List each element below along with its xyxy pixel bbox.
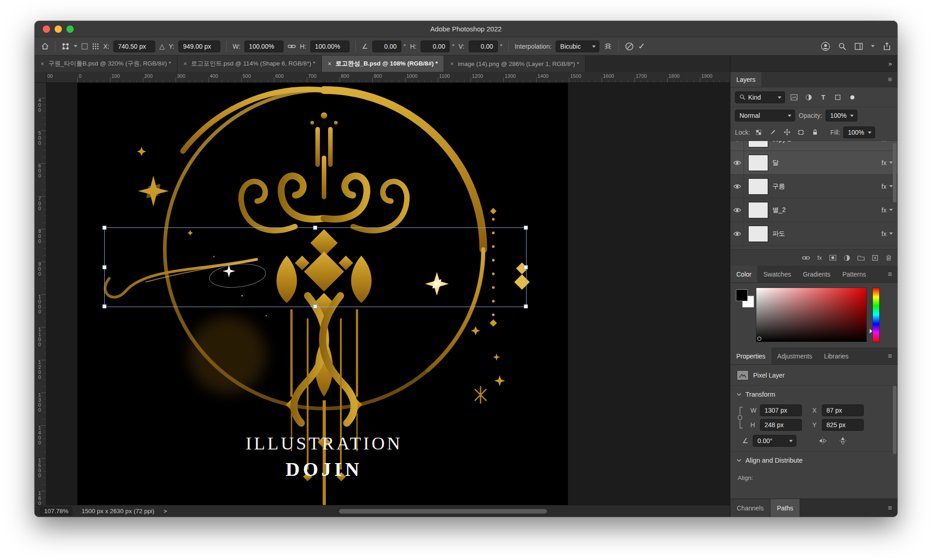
- horizontal-scrollbar[interactable]: [339, 509, 547, 514]
- close-tab-icon[interactable]: ×: [328, 60, 331, 67]
- document-tab[interactable]: × image (14).png @ 286% (Layer 1, RGB/8*…: [444, 55, 586, 72]
- tab-channels[interactable]: Channels: [730, 499, 770, 517]
- flip-vertical-icon[interactable]: [839, 436, 846, 445]
- transform-w-field[interactable]: 1307 px: [760, 404, 802, 416]
- tab-properties[interactable]: Properties: [730, 348, 771, 364]
- workspace-caret-icon[interactable]: [871, 45, 875, 47]
- align-section-header[interactable]: Align and Distribute: [730, 452, 897, 469]
- visibility-toggle[interactable]: [730, 141, 744, 151]
- zoom-level-field[interactable]: 107.78%: [40, 507, 72, 515]
- tab-patterns[interactable]: Patterns: [836, 266, 872, 283]
- layer-mask-icon[interactable]: [829, 255, 836, 261]
- layer-effects-badge[interactable]: fx: [881, 207, 893, 214]
- transform-handle-top-right[interactable]: [524, 226, 528, 230]
- layer-filter-kind-select[interactable]: Kind: [735, 91, 785, 103]
- opacity-select[interactable]: 100%: [826, 110, 857, 121]
- transform-handle-top-center[interactable]: [313, 226, 317, 230]
- filter-type-layers-icon[interactable]: T: [818, 92, 829, 102]
- collapse-panels-icon[interactable]: »: [888, 60, 892, 67]
- adjustment-layer-icon[interactable]: [844, 255, 850, 261]
- x-value-field[interactable]: 740.50 px: [113, 40, 155, 52]
- layer-row[interactable]: 파도 fx: [730, 222, 897, 246]
- filter-smart-objects-icon[interactable]: [847, 92, 858, 102]
- delete-layer-icon[interactable]: [886, 254, 892, 261]
- link-layers-icon[interactable]: [802, 255, 810, 261]
- transform-h-field[interactable]: 248 px: [760, 419, 802, 431]
- document-tab[interactable]: × 구원_타이틀B.psd @ 320% (구원, RGB/8#) *: [35, 55, 177, 72]
- foreground-color-swatch[interactable]: [736, 289, 748, 301]
- layer-row[interactable]: 달 fx: [730, 151, 897, 175]
- title-bar[interactable]: Adobe Photoshop 2022: [35, 21, 897, 37]
- status-expand-icon[interactable]: >: [163, 508, 167, 515]
- fx-collapse-icon[interactable]: [889, 185, 893, 187]
- transform-y-field[interactable]: 825 px: [822, 419, 864, 431]
- document-tab-active[interactable]: × 로고완성_B.psd @ 108% (RGB/8#) *: [322, 55, 444, 72]
- transform-section-header[interactable]: Transform: [730, 386, 897, 403]
- layer-style-icon[interactable]: fx: [817, 254, 822, 261]
- layer-thumbnail[interactable]: [748, 141, 768, 147]
- layer-name[interactable]: 구름: [772, 182, 881, 191]
- panel-menu-icon[interactable]: ≡: [882, 72, 897, 87]
- panel-menu-icon[interactable]: ≡: [882, 499, 897, 517]
- v-skew-value-field[interactable]: 0.00: [469, 40, 498, 52]
- minimize-window-button[interactable]: [55, 25, 62, 33]
- interpolation-select[interactable]: Bicubic: [556, 40, 599, 52]
- color-picker-marker[interactable]: [757, 337, 761, 341]
- home-icon[interactable]: [41, 42, 49, 50]
- reference-point-checkbox[interactable]: [81, 43, 88, 50]
- relative-position-icon[interactable]: △: [159, 42, 165, 50]
- filter-adjustment-layers-icon[interactable]: [803, 92, 814, 102]
- tab-paths[interactable]: Paths: [770, 499, 800, 517]
- y-value-field[interactable]: 949.00 px: [178, 40, 220, 52]
- filter-shape-layers-icon[interactable]: [832, 92, 843, 102]
- canvas-viewport[interactable]: ILLUSTRATION DOJIN: [46, 83, 730, 505]
- transform-handle-bottom-center[interactable]: [313, 304, 317, 308]
- filter-pixel-layers-icon[interactable]: [789, 92, 800, 102]
- visibility-toggle[interactable]: [730, 222, 744, 245]
- ruler-corner[interactable]: [35, 72, 46, 83]
- layer-name[interactable]: 파도: [772, 230, 881, 238]
- lock-all-icon[interactable]: [810, 127, 821, 137]
- h-skew-value-field[interactable]: 0.00: [420, 40, 450, 52]
- close-tab-icon[interactable]: ×: [450, 60, 454, 67]
- account-avatar-icon[interactable]: [821, 42, 830, 51]
- layer-row[interactable]: 별_2 fx: [730, 198, 897, 222]
- fx-collapse-icon[interactable]: [889, 232, 893, 235]
- maintain-aspect-ratio-icon[interactable]: [288, 43, 296, 50]
- document-tab[interactable]: × 로고포인트.psd @ 114% (Shape 6, RGB/8*) *: [177, 55, 322, 72]
- share-icon[interactable]: [883, 42, 891, 50]
- saturation-brightness-picker[interactable]: [756, 288, 867, 342]
- layer-row-partial[interactable]: copy 2 fx: [730, 141, 897, 151]
- commit-transform-icon[interactable]: ✓: [638, 41, 645, 51]
- layer-name[interactable]: 달: [772, 159, 881, 167]
- fx-collapse-icon[interactable]: [889, 161, 893, 164]
- width-value-field[interactable]: 100.00%: [244, 40, 284, 52]
- layer-thumbnail[interactable]: [748, 155, 768, 171]
- tab-libraries[interactable]: Libraries: [818, 348, 855, 364]
- layer-name[interactable]: copy 2: [772, 141, 881, 143]
- tab-gradients[interactable]: Gradients: [797, 266, 836, 283]
- close-tab-icon[interactable]: ×: [41, 60, 44, 67]
- transform-tool-icon[interactable]: [61, 42, 70, 50]
- layer-thumbnail[interactable]: [748, 226, 768, 242]
- tab-adjustments[interactable]: Adjustments: [771, 348, 818, 364]
- transform-handle-bottom-right[interactable]: [524, 304, 528, 308]
- hue-slider-marker[interactable]: [870, 329, 872, 333]
- layer-row[interactable]: 구름 fx: [730, 175, 897, 198]
- cancel-transform-icon[interactable]: [625, 42, 634, 51]
- reference-point-grid-icon[interactable]: [92, 43, 99, 50]
- fill-select[interactable]: 100%: [843, 126, 875, 138]
- layer-effects-badge[interactable]: fx: [881, 230, 893, 237]
- blend-mode-select[interactable]: Normal: [735, 110, 795, 121]
- layer-name[interactable]: 별_2: [772, 206, 881, 214]
- new-group-icon[interactable]: [857, 255, 865, 261]
- transform-handle-middle-right[interactable]: [524, 265, 528, 269]
- ruler-horizontal-numbers[interactable]: 0001002003004005006007008009001000110012…: [46, 72, 730, 83]
- hue-slider[interactable]: [872, 288, 880, 342]
- new-layer-icon[interactable]: [872, 255, 878, 261]
- panel-menu-icon[interactable]: ≡: [882, 266, 897, 283]
- constrain-proportions-icon[interactable]: [737, 405, 744, 430]
- workspace-panels-icon[interactable]: [855, 43, 863, 50]
- lock-position-icon[interactable]: [781, 127, 792, 137]
- transform-handle-middle-left[interactable]: [102, 265, 106, 269]
